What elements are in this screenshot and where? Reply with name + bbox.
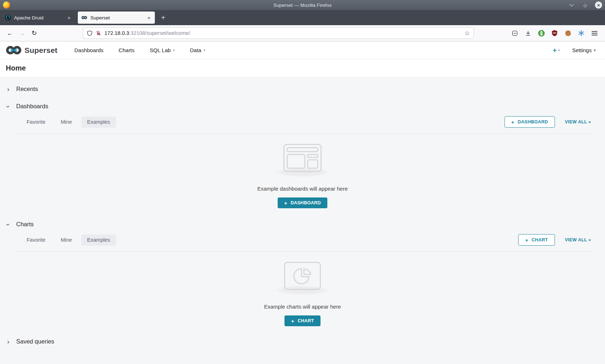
add-chart-button[interactable]: + CHART	[518, 234, 555, 246]
tab-mine[interactable]: Mine	[55, 235, 77, 246]
window-title: Superset — Mozilla Firefox	[0, 3, 605, 8]
back-button[interactable]: ←	[4, 28, 15, 38]
nav-item-label: Data	[190, 47, 201, 53]
charts-panel-head: Favorite Mine Examples + CHART VIEW ALL …	[14, 234, 591, 246]
brand-name: Superset	[24, 46, 57, 55]
nav-item-label: Charts	[118, 47, 134, 53]
section-label: Charts	[16, 221, 34, 228]
insecure-lock-icon[interactable]	[96, 30, 101, 36]
tab-favorite[interactable]: Favorite	[21, 117, 51, 128]
nav-item-data[interactable]: Data▾	[182, 47, 213, 53]
nav-item-label: Dashboards	[74, 47, 103, 53]
chevron-right-icon: ›	[6, 86, 11, 92]
nav-item-charts[interactable]: Charts	[111, 47, 142, 53]
extension-icons: UO	[511, 29, 601, 37]
ublock-origin-icon[interactable]: UO	[551, 29, 559, 37]
privacy-badger-icon[interactable]	[537, 29, 545, 37]
nav-item-sql-lab[interactable]: SQL Lab▾	[142, 47, 183, 53]
nav-item-dashboards[interactable]: Dashboards	[67, 47, 111, 53]
caret-down-icon: ▾	[173, 48, 175, 52]
dashboards-empty-state: Example dashboards will appear here + DA…	[0, 144, 605, 208]
url-host: 172.18.0.3	[104, 30, 129, 36]
divider	[14, 133, 591, 134]
button-label: CHART	[532, 237, 548, 242]
chevron-down-icon	[569, 2, 574, 6]
forward-button[interactable]: →	[17, 28, 27, 38]
new-tab-button[interactable]: +	[158, 12, 169, 23]
tracking-protection-shield-icon[interactable]	[87, 30, 93, 36]
dashboards-empty-text: Example dashboards will appear here	[0, 186, 605, 192]
navbar-right: +▾ Settings▾	[553, 47, 599, 54]
chevron-down-icon: ›	[5, 104, 12, 109]
caret-down-icon: ▾	[558, 48, 560, 52]
tab-examples[interactable]: Examples	[81, 117, 116, 128]
tab-superset[interactable]: Superset ×	[78, 12, 155, 24]
svg-text:UO: UO	[553, 32, 556, 34]
chevron-right-icon: ›	[6, 338, 11, 345]
plus-icon: +	[553, 47, 557, 54]
maximize-button[interactable]: ◇	[581, 1, 589, 9]
reload-button[interactable]: ↻	[29, 28, 40, 38]
section-dashboards-header[interactable]: › Dashboards	[0, 98, 605, 114]
create-chart-button[interactable]: + CHART	[284, 315, 320, 326]
add-new-menu-button[interactable]: +▾	[553, 47, 560, 54]
url-path: :32108/superset/welcome/	[129, 30, 190, 36]
superset-infinity-icon	[6, 45, 22, 56]
page-title: Home	[6, 64, 26, 72]
main-menu: Dashboards Charts SQL Lab▾ Data▾	[67, 47, 212, 53]
tab-examples[interactable]: Examples	[81, 235, 116, 246]
section-label: Recents	[16, 86, 38, 92]
plus-icon: +	[284, 200, 287, 206]
close-tab-icon[interactable]: ×	[147, 15, 151, 21]
create-dashboard-button[interactable]: + DASHBOARD	[278, 197, 327, 208]
button-label: DASHBOARD	[518, 119, 548, 124]
superset-logo[interactable]: Superset	[6, 45, 57, 56]
tab-mine[interactable]: Mine	[55, 117, 77, 128]
section-recents-header[interactable]: › Recents	[0, 81, 605, 97]
url-text: 172.18.0.3:32108/superset/welcome/	[104, 30, 190, 36]
downloads-icon[interactable]	[524, 29, 532, 37]
page-title-band: Home	[0, 59, 605, 77]
minimize-button[interactable]	[568, 1, 575, 9]
url-bar[interactable]: 172.18.0.3:32108/superset/welcome/ ☆	[83, 27, 474, 39]
nav-item-label: SQL Lab	[150, 47, 171, 53]
section-saved-queries-header[interactable]: › Saved queries	[0, 333, 605, 349]
cookie-extension-icon[interactable]	[564, 29, 572, 37]
add-dashboard-button[interactable]: + DASHBOARD	[505, 116, 555, 128]
superset-navbar: Superset Dashboards Charts SQL Lab▾ Data…	[0, 41, 605, 59]
bookmark-star-icon[interactable]: ☆	[465, 29, 470, 37]
button-label: DASHBOARD	[291, 200, 321, 205]
hamburger-menu-icon[interactable]	[591, 29, 599, 37]
superset-favicon-icon	[81, 15, 87, 21]
tab-favorite[interactable]: Favorite	[21, 235, 51, 246]
charts-view-all-link[interactable]: VIEW ALL »	[565, 237, 591, 242]
chevron-down-icon: ›	[5, 222, 12, 227]
button-label: CHART	[297, 318, 314, 323]
settings-menu-button[interactable]: Settings▾	[572, 47, 596, 53]
close-window-button[interactable]: ×	[595, 1, 602, 9]
pocket-save-icon[interactable]	[511, 29, 519, 37]
welcome-content: › Recents › Dashboards Favorite Mine Exa…	[0, 81, 605, 331]
diamond-icon: ◇	[583, 3, 587, 8]
plus-icon: +	[525, 237, 528, 243]
tab-bar: Apache Druid × Superset × +	[0, 10, 605, 25]
settings-label: Settings	[572, 47, 592, 53]
tab-label: Superset	[90, 15, 143, 21]
dashboards-view-all-link[interactable]: VIEW ALL »	[565, 119, 591, 124]
caret-down-icon: ▾	[594, 48, 596, 52]
dashboards-filter-tabs: Favorite Mine Examples	[14, 117, 116, 128]
divider	[14, 251, 591, 252]
tab-apache-druid[interactable]: Apache Druid ×	[1, 12, 75, 24]
tab-label: Apache Druid	[14, 15, 63, 21]
plus-icon: +	[291, 318, 294, 324]
browser-toolbar: ← → ↻ 172.18.0.3:32108/superset/welcome/…	[0, 25, 605, 41]
dashboard-placeholder-image	[283, 144, 322, 172]
section-charts-header[interactable]: › Charts	[0, 216, 605, 232]
close-tab-icon[interactable]: ×	[67, 15, 71, 21]
charts-empty-state: Example charts will appear here + CHART	[0, 262, 605, 326]
window-titlebar: Superset — Mozilla Firefox ◇ ×	[0, 0, 605, 10]
dashboards-panel-head: Favorite Mine Examples + DASHBOARD VIEW …	[14, 116, 591, 128]
caret-down-icon: ▾	[203, 48, 205, 52]
asterisk-extension-icon[interactable]	[577, 29, 585, 37]
plus-icon: +	[511, 119, 515, 125]
